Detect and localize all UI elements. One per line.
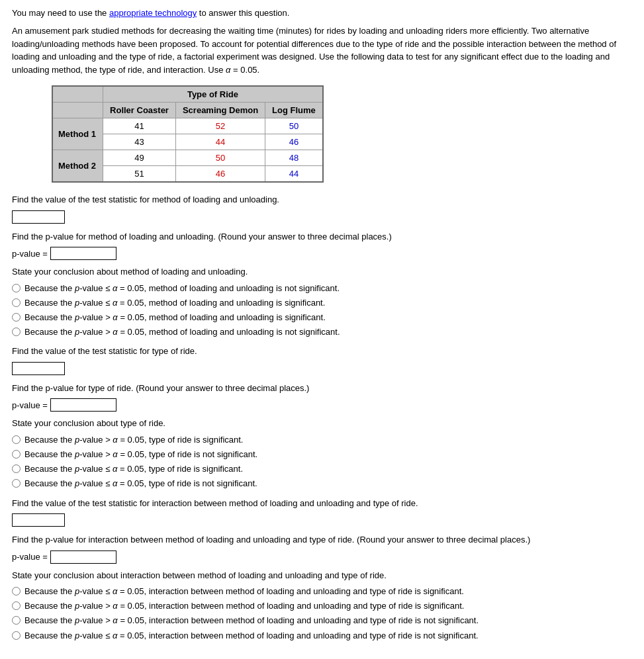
section3-pvalue-row: p-value = — [12, 550, 632, 564]
section3-option4-label: Because the p-value ≤ α = 0.05, interact… — [24, 630, 479, 642]
section3-radio4[interactable] — [12, 631, 21, 640]
section3-pvalue-input[interactable] — [50, 550, 116, 564]
cell-m1-lf-2: 46 — [265, 134, 323, 150]
section2-conclusion-label: State your conclusion about type of ride… — [12, 417, 632, 430]
section1-pvalue-input[interactable] — [50, 247, 116, 260]
section3-pvalue-label: p-value = — [12, 552, 48, 562]
type-of-ride-header: Type of Ride — [103, 86, 323, 103]
intro-note: You may need to use the appropriate tech… — [12, 8, 632, 18]
section2-radio1[interactable] — [12, 435, 21, 444]
section3-test-stat-input[interactable] — [12, 513, 65, 527]
section2-option4: Because the p-value ≤ α = 0.05, type of … — [12, 478, 632, 490]
section1-option2-label: Because the p-value ≤ α = 0.05, method o… — [24, 297, 325, 309]
cell-m1-sd-1: 52 — [175, 118, 265, 134]
section1-question: Find the value of the test statistic for… — [12, 193, 632, 206]
cell-m2-rc-2: 51 — [103, 166, 176, 183]
col-header-log-flume: Log Flume — [265, 103, 323, 118]
section2-pvalue-label: p-value = — [12, 400, 48, 410]
section1-option1: Because the p-value ≤ α = 0.05, method o… — [12, 283, 632, 294]
section1-radio1[interactable] — [12, 284, 21, 292]
section2-pvalue-row: p-value = — [12, 398, 632, 412]
data-table: Type of Ride Roller Coaster Screaming De… — [52, 85, 324, 183]
section3-radio2[interactable] — [12, 601, 21, 610]
empty-header-cell — [52, 86, 103, 103]
method1-label: Method 1 — [52, 118, 103, 150]
section3-pvalue-question: Find the p-value for interaction between… — [12, 533, 632, 547]
section1-pvalue-row: p-value = — [12, 247, 632, 260]
cell-m2-sd-2: 46 — [175, 166, 265, 183]
section1-option2: Because the p-value ≤ α = 0.05, method o… — [12, 297, 632, 309]
method-col-header — [52, 103, 103, 118]
section2-radio3[interactable] — [12, 464, 21, 473]
section2-radio2[interactable] — [12, 450, 21, 459]
table-row: Method 2 49 50 48 — [52, 150, 323, 166]
section2-option3-label: Because the p-value ≤ α = 0.05, type of … — [24, 463, 243, 475]
cell-m2-lf-1: 48 — [265, 150, 323, 166]
section3-option1-label: Because the p-value ≤ α = 0.05, interact… — [24, 586, 464, 597]
col-header-roller-coaster: Roller Coaster — [103, 103, 176, 118]
section2-test-stat-input[interactable] — [12, 362, 65, 375]
section2-question: Find the value of the test statistic for… — [12, 345, 632, 358]
section2-radio-group: Because the p-value > α = 0.05, type of … — [12, 434, 632, 490]
section2-option1-label: Because the p-value > α = 0.05, type of … — [24, 434, 243, 446]
technology-link[interactable]: appropriate technology — [109, 8, 197, 18]
cell-m1-sd-2: 44 — [175, 134, 265, 150]
section3-question: Find the value of the test statistic for… — [12, 497, 632, 510]
section3-radio-group: Because the p-value ≤ α = 0.05, interact… — [12, 586, 632, 642]
section2: Find the value of the test statistic for… — [12, 345, 632, 490]
section1-option3: Because the p-value > α = 0.05, method o… — [12, 312, 632, 324]
section3-option2: Because the p-value > α = 0.05, interact… — [12, 600, 632, 612]
section1-option3-label: Because the p-value > α = 0.05, method o… — [24, 312, 326, 324]
section3: Find the value of the test statistic for… — [12, 497, 632, 642]
section3-option1: Because the p-value ≤ α = 0.05, interact… — [12, 586, 632, 597]
problem-text: An amusement park studied methods for de… — [12, 24, 632, 76]
section2-option1: Because the p-value > α = 0.05, type of … — [12, 434, 632, 446]
section1-conclusion-label: State your conclusion about method of lo… — [12, 265, 632, 279]
cell-m1-rc-2: 43 — [103, 134, 176, 150]
section3-radio3[interactable] — [12, 616, 21, 625]
section2-radio4[interactable] — [12, 479, 21, 488]
section3-option4: Because the p-value ≤ α = 0.05, interact… — [12, 630, 632, 642]
cell-m2-sd-1: 50 — [175, 150, 265, 166]
section1-option4-label: Because the p-value > α = 0.05, method o… — [24, 326, 340, 338]
data-table-container: Type of Ride Roller Coaster Screaming De… — [52, 85, 632, 183]
section1-radio2[interactable] — [12, 298, 21, 307]
section3-option3-label: Because the p-value > α = 0.05, interact… — [24, 615, 479, 627]
section1-option1-label: Because the p-value ≤ α = 0.05, method o… — [24, 283, 340, 294]
method2-label: Method 2 — [52, 150, 103, 183]
cell-m2-lf-2: 44 — [265, 166, 323, 183]
section2-pvalue-input[interactable] — [50, 398, 116, 412]
section1: Find the value of the test statistic for… — [12, 193, 632, 338]
section2-pvalue-question: Find the p-value for type of ride. (Roun… — [12, 382, 632, 395]
section3-option2-label: Because the p-value > α = 0.05, interact… — [24, 600, 464, 612]
section3-radio1[interactable] — [12, 587, 21, 595]
section1-radio3[interactable] — [12, 313, 21, 322]
section3-option3: Because the p-value > α = 0.05, interact… — [12, 615, 632, 627]
cell-m1-rc-1: 41 — [103, 118, 176, 134]
section1-test-stat-input[interactable] — [12, 210, 65, 224]
col-header-screaming-demon: Screaming Demon — [175, 103, 265, 118]
cell-m1-lf-1: 50 — [265, 118, 323, 134]
section1-radio4[interactable] — [12, 328, 21, 336]
section1-pvalue-question: Find the p-value for method of loading a… — [12, 230, 632, 243]
section1-option4: Because the p-value > α = 0.05, method o… — [12, 326, 632, 338]
cell-m2-rc-1: 49 — [103, 150, 176, 166]
table-row: Method 1 41 52 50 — [52, 118, 323, 134]
section3-conclusion-label: State your conclusion about interaction … — [12, 569, 632, 582]
section1-pvalue-label: p-value = — [12, 249, 48, 259]
section2-option2: Because the p-value > α = 0.05, type of … — [12, 449, 632, 461]
section2-option3: Because the p-value ≤ α = 0.05, type of … — [12, 463, 632, 475]
section1-radio-group: Because the p-value ≤ α = 0.05, method o… — [12, 283, 632, 339]
section2-option2-label: Because the p-value > α = 0.05, type of … — [24, 449, 257, 461]
section2-option4-label: Because the p-value ≤ α = 0.05, type of … — [24, 478, 257, 490]
